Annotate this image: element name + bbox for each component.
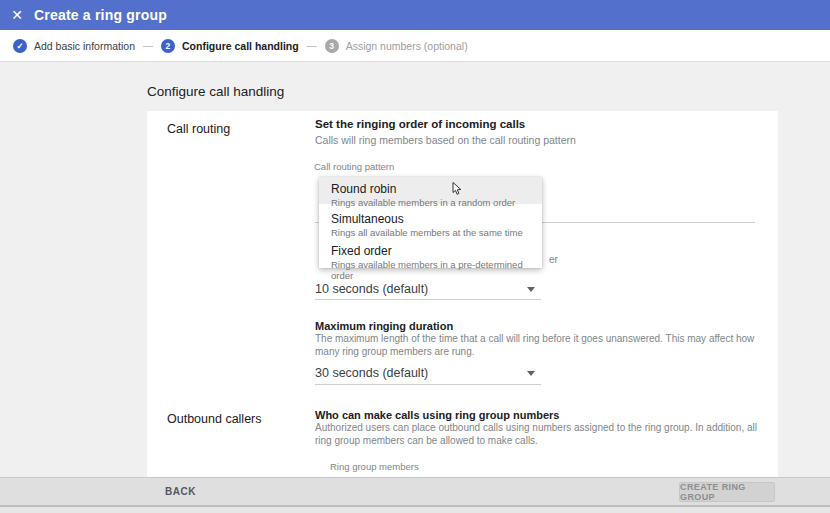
page-title: Configure call handling (147, 84, 284, 99)
stepper-separator: — (143, 40, 153, 51)
menu-option-title: Fixed order (331, 244, 530, 258)
mouse-cursor-icon (452, 182, 464, 200)
max-duration-underline (315, 384, 541, 385)
dropdown-arrow-icon[interactable] (527, 371, 535, 376)
back-button[interactable]: BACK (165, 486, 196, 497)
max-ringing-duration-label: Maximum ringing duration (315, 320, 453, 332)
section-label-call-routing: Call routing (167, 122, 230, 136)
stepper-step-label: Add basic information (34, 40, 135, 52)
ring-group-members-label: Ring group members (330, 461, 419, 472)
check-icon: ✓ (13, 39, 27, 53)
stepper-step-assign-numbers[interactable]: 3 Assign numbers (optional) (325, 39, 468, 53)
close-icon[interactable]: ✕ (0, 7, 34, 23)
bottom-edge (0, 505, 830, 513)
dialog-title: Create a ring group (34, 7, 167, 23)
ring-duration-underline (315, 299, 541, 300)
stepper: ✓ Add basic information — 2 Configure ca… (0, 30, 830, 62)
footer-bar: BACK CREATE RING GROUP (0, 477, 830, 505)
stepper-separator: — (307, 40, 317, 51)
call-routing-subheading: Calls will ring members based on the cal… (315, 134, 576, 146)
call-routing-pattern-label: Call routing pattern (314, 161, 394, 172)
create-ring-group-button[interactable]: CREATE RING GROUP (679, 482, 775, 502)
max-ringing-duration-description: The maximum length of the time that a ca… (315, 333, 762, 358)
outbound-callers-description: Authorized users can place outbound call… (315, 422, 765, 447)
stepper-step-call-handling[interactable]: 2 Configure call handling (161, 39, 299, 53)
call-routing-heading: Set the ringing order of incoming calls (315, 118, 525, 130)
menu-option-round-robin[interactable]: Round robin Rings available members in a… (319, 177, 542, 204)
menu-option-title: Round robin (331, 182, 530, 196)
stepper-step-basic-information[interactable]: ✓ Add basic information (13, 39, 135, 53)
ring-duration-select[interactable]: 10 seconds (default) (315, 282, 428, 296)
max-duration-select[interactable]: 30 seconds (default) (315, 366, 428, 380)
step-number-badge: 3 (325, 39, 339, 53)
menu-option-fixed-order[interactable]: Fixed order Rings available members in a… (319, 236, 542, 268)
menu-option-simultaneous[interactable]: Simultaneous Rings all available members… (319, 204, 542, 236)
menu-option-title: Simultaneous (331, 212, 530, 226)
dropdown-arrow-icon[interactable] (527, 287, 535, 292)
stepper-step-label: Configure call handling (182, 40, 299, 52)
obscured-text-fragment: er (549, 254, 558, 265)
outbound-callers-heading: Who can make calls using ring group numb… (315, 409, 560, 421)
dialog-header: ✕ Create a ring group (0, 0, 830, 30)
menu-option-description: Rings available members in a pre-determi… (331, 259, 530, 281)
step-number-badge: 2 (161, 39, 175, 53)
call-routing-pattern-menu: Round robin Rings available members in a… (319, 177, 542, 268)
section-label-outbound-callers: Outbound callers (167, 412, 262, 426)
stepper-step-label: Assign numbers (optional) (346, 40, 468, 52)
